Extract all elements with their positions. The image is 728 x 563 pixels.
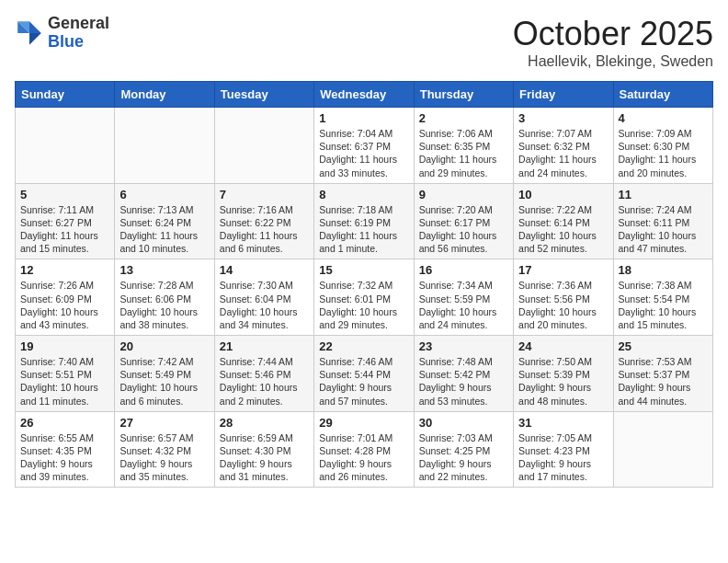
cell-daylight-info: Sunrise: 6:57 AM Sunset: 4:32 PM Dayligh… bbox=[119, 431, 209, 484]
calendar-cell: 4Sunrise: 7:09 AM Sunset: 6:30 PM Daylig… bbox=[613, 108, 712, 184]
calendar-cell: 17Sunrise: 7:36 AM Sunset: 5:56 PM Dayli… bbox=[514, 259, 613, 336]
cell-daylight-info: Sunrise: 7:03 AM Sunset: 4:25 PM Dayligh… bbox=[419, 431, 508, 484]
calendar-cell bbox=[214, 108, 313, 184]
cell-daylight-info: Sunrise: 7:22 AM Sunset: 6:14 PM Dayligh… bbox=[518, 203, 608, 256]
logo-blue-text: Blue bbox=[48, 33, 109, 52]
day-number: 1 bbox=[319, 111, 408, 125]
cell-daylight-info: Sunrise: 7:42 AM Sunset: 5:49 PM Dayligh… bbox=[119, 355, 209, 408]
calendar-cell: 20Sunrise: 7:42 AM Sunset: 5:49 PM Dayli… bbox=[115, 336, 214, 412]
day-header-thursday: Thursday bbox=[414, 82, 513, 108]
day-header-friday: Friday bbox=[514, 82, 613, 108]
cell-daylight-info: Sunrise: 7:40 AM Sunset: 5:51 PM Dayligh… bbox=[20, 355, 109, 408]
day-number: 30 bbox=[419, 416, 508, 430]
cell-daylight-info: Sunrise: 7:46 AM Sunset: 5:44 PM Dayligh… bbox=[319, 355, 408, 408]
calendar-cell: 6Sunrise: 7:13 AM Sunset: 6:24 PM Daylig… bbox=[115, 183, 214, 259]
calendar-cell: 16Sunrise: 7:34 AM Sunset: 5:59 PM Dayli… bbox=[414, 259, 513, 336]
cell-daylight-info: Sunrise: 7:38 AM Sunset: 5:54 PM Dayligh… bbox=[619, 279, 708, 331]
calendar-cell: 29Sunrise: 7:01 AM Sunset: 4:28 PM Dayli… bbox=[314, 411, 414, 488]
day-number: 11 bbox=[619, 188, 708, 201]
cell-daylight-info: Sunrise: 7:18 AM Sunset: 6:19 PM Dayligh… bbox=[319, 203, 408, 256]
day-number: 9 bbox=[419, 188, 508, 201]
calendar-cell: 30Sunrise: 7:03 AM Sunset: 4:25 PM Dayli… bbox=[414, 411, 513, 488]
cell-daylight-info: Sunrise: 7:32 AM Sunset: 6:01 PM Dayligh… bbox=[319, 279, 408, 331]
calendar-cell: 13Sunrise: 7:28 AM Sunset: 6:06 PM Dayli… bbox=[115, 259, 214, 336]
calendar-cell: 22Sunrise: 7:46 AM Sunset: 5:44 PM Dayli… bbox=[314, 336, 414, 412]
day-number: 22 bbox=[319, 339, 408, 353]
day-number: 31 bbox=[518, 416, 608, 430]
cell-daylight-info: Sunrise: 7:50 AM Sunset: 5:39 PM Dayligh… bbox=[518, 355, 608, 408]
page-header: General Blue October 2025 Haellevik, Ble… bbox=[15, 15, 713, 70]
calendar-cell: 26Sunrise: 6:55 AM Sunset: 4:35 PM Dayli… bbox=[16, 411, 115, 488]
calendar-week-row: 1Sunrise: 7:04 AM Sunset: 6:37 PM Daylig… bbox=[16, 108, 713, 184]
day-number: 23 bbox=[419, 339, 508, 353]
cell-daylight-info: Sunrise: 7:20 AM Sunset: 6:17 PM Dayligh… bbox=[419, 203, 508, 256]
calendar-cell: 28Sunrise: 6:59 AM Sunset: 4:30 PM Dayli… bbox=[214, 411, 313, 488]
day-number: 2 bbox=[419, 111, 508, 125]
calendar-table: SundayMondayTuesdayWednesdayThursdayFrid… bbox=[15, 81, 713, 488]
calendar-week-row: 5Sunrise: 7:11 AM Sunset: 6:27 PM Daylig… bbox=[16, 183, 713, 259]
calendar-cell: 15Sunrise: 7:32 AM Sunset: 6:01 PM Dayli… bbox=[314, 259, 414, 336]
day-header-tuesday: Tuesday bbox=[214, 82, 313, 108]
calendar-cell: 11Sunrise: 7:24 AM Sunset: 6:11 PM Dayli… bbox=[613, 183, 712, 259]
calendar-cell: 27Sunrise: 6:57 AM Sunset: 4:32 PM Dayli… bbox=[115, 411, 214, 488]
cell-daylight-info: Sunrise: 7:06 AM Sunset: 6:35 PM Dayligh… bbox=[419, 127, 508, 179]
calendar-cell: 2Sunrise: 7:06 AM Sunset: 6:35 PM Daylig… bbox=[414, 108, 513, 184]
calendar-cell: 23Sunrise: 7:48 AM Sunset: 5:42 PM Dayli… bbox=[414, 336, 513, 412]
month-title: October 2025 bbox=[513, 15, 713, 53]
logo-icon bbox=[15, 18, 44, 48]
calendar-cell: 21Sunrise: 7:44 AM Sunset: 5:46 PM Dayli… bbox=[214, 336, 313, 412]
svg-marker-1 bbox=[29, 33, 41, 45]
day-number: 26 bbox=[20, 416, 109, 430]
logo-general: General bbox=[48, 15, 109, 33]
calendar-cell: 7Sunrise: 7:16 AM Sunset: 6:22 PM Daylig… bbox=[214, 183, 313, 259]
calendar-cell: 24Sunrise: 7:50 AM Sunset: 5:39 PM Dayli… bbox=[514, 336, 613, 412]
day-header-wednesday: Wednesday bbox=[314, 82, 414, 108]
day-number: 14 bbox=[220, 263, 309, 277]
calendar-cell: 5Sunrise: 7:11 AM Sunset: 6:27 PM Daylig… bbox=[16, 183, 115, 259]
day-number: 25 bbox=[619, 339, 708, 353]
day-number: 24 bbox=[518, 339, 608, 353]
day-number: 7 bbox=[220, 188, 309, 201]
days-header-row: SundayMondayTuesdayWednesdayThursdayFrid… bbox=[16, 82, 713, 108]
day-number: 15 bbox=[319, 263, 408, 277]
day-number: 17 bbox=[518, 263, 608, 277]
cell-daylight-info: Sunrise: 7:16 AM Sunset: 6:22 PM Dayligh… bbox=[220, 203, 309, 256]
day-number: 29 bbox=[319, 416, 408, 430]
cell-daylight-info: Sunrise: 7:01 AM Sunset: 4:28 PM Dayligh… bbox=[319, 431, 408, 484]
cell-daylight-info: Sunrise: 7:11 AM Sunset: 6:27 PM Dayligh… bbox=[20, 203, 109, 256]
calendar-cell: 19Sunrise: 7:40 AM Sunset: 5:51 PM Dayli… bbox=[16, 336, 115, 412]
day-number: 3 bbox=[518, 111, 608, 125]
day-number: 13 bbox=[119, 263, 209, 277]
day-number: 19 bbox=[20, 339, 109, 353]
day-number: 20 bbox=[119, 339, 209, 353]
day-number: 6 bbox=[119, 188, 209, 201]
location: Haellevik, Blekinge, Sweden bbox=[513, 53, 713, 70]
day-number: 8 bbox=[319, 188, 408, 201]
day-header-saturday: Saturday bbox=[613, 82, 712, 108]
cell-daylight-info: Sunrise: 7:09 AM Sunset: 6:30 PM Dayligh… bbox=[619, 127, 708, 179]
calendar-cell: 10Sunrise: 7:22 AM Sunset: 6:14 PM Dayli… bbox=[514, 183, 613, 259]
day-number: 18 bbox=[619, 263, 708, 277]
cell-daylight-info: Sunrise: 7:05 AM Sunset: 4:23 PM Dayligh… bbox=[518, 431, 608, 484]
logo: General Blue bbox=[15, 15, 109, 52]
cell-daylight-info: Sunrise: 7:26 AM Sunset: 6:09 PM Dayligh… bbox=[20, 279, 109, 331]
day-number: 28 bbox=[220, 416, 309, 430]
day-number: 21 bbox=[220, 339, 309, 353]
calendar-cell: 1Sunrise: 7:04 AM Sunset: 6:37 PM Daylig… bbox=[314, 108, 414, 184]
calendar-cell: 8Sunrise: 7:18 AM Sunset: 6:19 PM Daylig… bbox=[314, 183, 414, 259]
calendar-cell: 12Sunrise: 7:26 AM Sunset: 6:09 PM Dayli… bbox=[16, 259, 115, 336]
calendar-week-row: 26Sunrise: 6:55 AM Sunset: 4:35 PM Dayli… bbox=[16, 411, 713, 488]
day-number: 5 bbox=[20, 188, 109, 201]
day-header-monday: Monday bbox=[115, 82, 214, 108]
day-number: 12 bbox=[20, 263, 109, 277]
day-number: 10 bbox=[518, 188, 608, 201]
day-number: 27 bbox=[119, 416, 209, 430]
calendar-week-row: 12Sunrise: 7:26 AM Sunset: 6:09 PM Dayli… bbox=[16, 259, 713, 336]
calendar-week-row: 19Sunrise: 7:40 AM Sunset: 5:51 PM Dayli… bbox=[16, 336, 713, 412]
cell-daylight-info: Sunrise: 7:28 AM Sunset: 6:06 PM Dayligh… bbox=[119, 279, 209, 331]
calendar-cell: 14Sunrise: 7:30 AM Sunset: 6:04 PM Dayli… bbox=[214, 259, 313, 336]
day-header-sunday: Sunday bbox=[16, 82, 115, 108]
cell-daylight-info: Sunrise: 7:34 AM Sunset: 5:59 PM Dayligh… bbox=[419, 279, 508, 331]
cell-daylight-info: Sunrise: 7:48 AM Sunset: 5:42 PM Dayligh… bbox=[419, 355, 508, 408]
cell-daylight-info: Sunrise: 6:59 AM Sunset: 4:30 PM Dayligh… bbox=[220, 431, 309, 484]
